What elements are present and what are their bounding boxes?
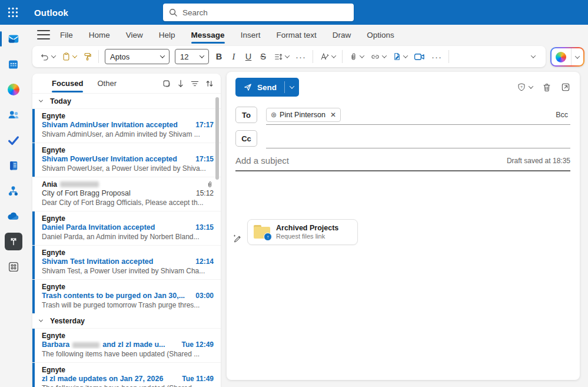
insert-link-button[interactable] bbox=[367, 49, 389, 64]
rail-item-copilot[interactable] bbox=[0, 82, 26, 97]
strikethrough-button[interactable]: S bbox=[256, 52, 270, 61]
tab-home[interactable]: Home bbox=[89, 31, 110, 39]
toolbar-overflow-chevron[interactable] bbox=[531, 53, 536, 58]
app-title: Outlook bbox=[34, 8, 68, 18]
tab-insert[interactable]: Insert bbox=[241, 31, 261, 39]
tab-focused[interactable]: Focused bbox=[52, 79, 83, 88]
teams-meeting-button[interactable] bbox=[411, 49, 428, 64]
tab-options[interactable]: Options bbox=[367, 31, 394, 39]
cc-button[interactable]: Cc bbox=[235, 130, 257, 147]
rail-item-onedrive[interactable] bbox=[0, 209, 26, 223]
sort-icon[interactable] bbox=[205, 80, 214, 88]
copilot-draft-pen-icon[interactable] bbox=[232, 234, 242, 244]
list-item[interactable]: EgnyteShivam Test Invitation accepted12:… bbox=[32, 245, 221, 279]
send-button[interactable]: Send bbox=[235, 78, 299, 97]
underline-button[interactable]: U bbox=[241, 52, 255, 61]
tab-message[interactable]: Message bbox=[191, 31, 225, 39]
rail-item-todo[interactable] bbox=[0, 133, 26, 147]
tab-format-text[interactable]: Format text bbox=[276, 31, 316, 39]
list-item[interactable]: Egnytezl zl made updates on Jan 27, 2026… bbox=[32, 362, 221, 387]
tab-other[interactable]: Other bbox=[97, 79, 117, 88]
signature-dropdown-chevron[interactable] bbox=[403, 53, 408, 58]
rail-item-egnyte[interactable] bbox=[0, 234, 26, 249]
tab-file[interactable]: File bbox=[60, 31, 73, 39]
group-label: Yesterday bbox=[50, 317, 85, 325]
sensitivity-chevron[interactable] bbox=[529, 84, 533, 88]
recipient-chip[interactable]: ⊛ Pint Pinterson ✕ bbox=[266, 108, 341, 122]
app-launcher-waffle-icon[interactable] bbox=[0, 0, 26, 25]
attach-file-button[interactable] bbox=[346, 49, 367, 64]
copilot-dropdown-chevron[interactable] bbox=[575, 54, 580, 58]
search-icon bbox=[169, 8, 178, 17]
select-messages-icon[interactable] bbox=[162, 80, 171, 88]
list-item[interactable]: EgnyteShivam AdminUser Invitation accept… bbox=[32, 108, 221, 143]
subject-input[interactable]: Add a subject bbox=[235, 156, 507, 166]
font-size-select[interactable]: 12 bbox=[175, 49, 209, 64]
subject-row: Add a subject Draft saved at 18:35 bbox=[235, 156, 570, 171]
cc-field[interactable] bbox=[266, 128, 570, 148]
more-insert-commands-button[interactable]: ··· bbox=[428, 52, 445, 62]
font-family-select[interactable]: Aptos bbox=[105, 49, 170, 64]
group-header-today[interactable]: Today bbox=[32, 94, 221, 108]
preview-text: The following items have been updated (S… bbox=[42, 384, 214, 387]
preview-text: The following items have been updated (S… bbox=[42, 350, 214, 358]
signature-button[interactable] bbox=[390, 49, 410, 64]
list-item[interactable]: AniaCity of Fort Bragg Proposal15:12Dear… bbox=[32, 177, 221, 211]
group-header-yesterday[interactable]: Yesterday bbox=[32, 313, 221, 328]
sender-name: Egnyte bbox=[42, 332, 65, 340]
hamburger-menu-icon[interactable] bbox=[37, 30, 50, 39]
rail-item-people[interactable] bbox=[0, 108, 26, 122]
bcc-button[interactable]: Bcc bbox=[556, 111, 568, 119]
group-collapse-chevron[interactable] bbox=[39, 98, 43, 102]
subject-text: Shivam AdminUser Invitation accepted bbox=[42, 121, 191, 129]
newest-on-top-icon[interactable] bbox=[177, 80, 184, 88]
undo-button[interactable] bbox=[37, 49, 58, 64]
message-body[interactable]: ↑ Archived Projects Request files link bbox=[227, 171, 580, 366]
list-scrollbar-thumb[interactable] bbox=[215, 97, 219, 180]
text-effects-button[interactable] bbox=[317, 49, 338, 64]
subject-text: Shivam PowerUser Invitation accepted bbox=[42, 155, 191, 163]
link-dropdown-chevron[interactable] bbox=[382, 53, 387, 58]
tab-help[interactable]: Help bbox=[159, 31, 175, 39]
rail-item-word[interactable] bbox=[0, 158, 26, 173]
format-painter-button[interactable] bbox=[80, 49, 95, 64]
italic-button[interactable]: I bbox=[227, 52, 241, 62]
attach-dropdown-chevron[interactable] bbox=[360, 53, 364, 58]
rail-item-org-chart[interactable] bbox=[0, 184, 26, 198]
copilot-button[interactable] bbox=[550, 47, 584, 67]
filter-icon[interactable] bbox=[191, 80, 199, 87]
tab-draw[interactable]: Draw bbox=[333, 31, 351, 39]
remove-recipient-icon[interactable]: ✕ bbox=[330, 111, 336, 119]
message-list-pane: Focused Other TodayEgnyteShivam AdminUse… bbox=[32, 74, 221, 387]
more-format-commands-button[interactable]: ··· bbox=[293, 52, 309, 62]
sensitivity-button[interactable]: ? bbox=[517, 82, 533, 92]
list-item[interactable]: EgnyteTrash contents to be purged on Jan… bbox=[32, 279, 221, 313]
preview-text: Shivam Test, a Power User invited by Shi… bbox=[42, 267, 214, 275]
line-spacing-chevron[interactable] bbox=[285, 53, 290, 58]
to-button[interactable]: To bbox=[235, 107, 257, 123]
redacted-text bbox=[60, 181, 99, 187]
list-item[interactable]: EgnyteBarbaraand zl zl made u...Tue 12:4… bbox=[32, 328, 221, 362]
paste-button[interactable] bbox=[59, 49, 79, 64]
bold-button[interactable]: B bbox=[212, 52, 226, 61]
preview-text: Dear City of Fort Bragg Officials, Pleas… bbox=[42, 199, 214, 207]
rail-item-mail[interactable] bbox=[0, 32, 26, 46]
tab-view[interactable]: View bbox=[126, 31, 143, 39]
rail-item-more-apps[interactable] bbox=[0, 260, 26, 274]
text-effects-chevron[interactable] bbox=[331, 53, 336, 58]
open-in-new-window-button[interactable] bbox=[561, 82, 570, 92]
rail-item-calendar[interactable] bbox=[0, 57, 26, 71]
to-field[interactable]: ⊛ Pint Pinterson ✕ Bcc bbox=[266, 105, 570, 125]
search-input[interactable]: Search bbox=[163, 4, 354, 21]
undo-dropdown-chevron[interactable] bbox=[51, 53, 56, 58]
list-item[interactable]: EgnyteDaniel Parda Invitation accepted13… bbox=[32, 211, 221, 245]
send-options-chevron[interactable] bbox=[285, 78, 299, 97]
paste-dropdown-chevron[interactable] bbox=[72, 53, 77, 58]
line-spacing-button[interactable] bbox=[271, 49, 292, 64]
sender-name: Egnyte bbox=[42, 214, 65, 223]
attachment-card[interactable]: ↑ Archived Projects Request files link bbox=[247, 219, 358, 245]
discard-draft-button[interactable] bbox=[542, 82, 552, 92]
list-item[interactable]: EgnyteShivam PowerUser Invitation accept… bbox=[32, 143, 221, 177]
preview-text: Daniel Parda, an Admin invited by Norber… bbox=[42, 233, 214, 241]
group-collapse-chevron[interactable] bbox=[39, 318, 43, 322]
